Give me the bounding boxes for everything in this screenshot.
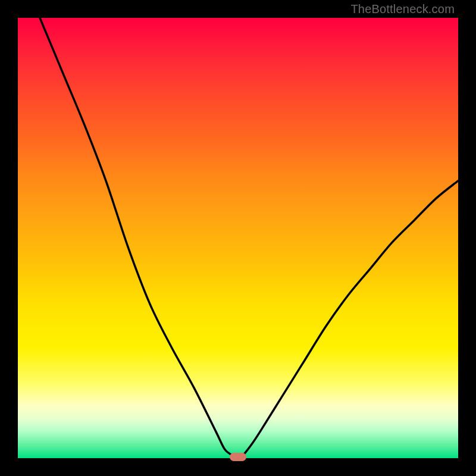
- plot-area: [18, 18, 458, 458]
- bottleneck-curve: [18, 18, 458, 458]
- watermark-text: TheBottleneck.com: [350, 2, 455, 16]
- optimal-marker: [230, 453, 246, 461]
- chart-frame: TheBottleneck.com: [0, 0, 476, 476]
